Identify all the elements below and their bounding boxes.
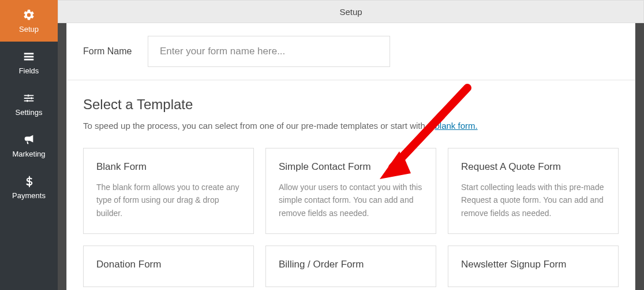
card-title: Billing / Order Form (279, 259, 364, 270)
form-name-input[interactable] (148, 36, 390, 67)
sidebar-item-settings[interactable]: Settings (0, 83, 58, 125)
sidebar-item-payments[interactable]: Payments (0, 166, 58, 208)
card-desc: Allow your users to contact you with thi… (279, 181, 423, 220)
sidebar-item-marketing[interactable]: Marketing (0, 125, 58, 166)
panel: Form Name Select a Template To speed up … (66, 23, 635, 290)
sidebar-item-label: Settings (16, 108, 43, 117)
list-icon (22, 50, 36, 64)
form-name-label: Form Name (83, 46, 148, 57)
bullhorn-icon (22, 133, 36, 147)
card-title: Request A Quote Form (461, 161, 605, 173)
gear-icon (22, 8, 36, 22)
sidebar-item-label: Setup (19, 25, 39, 34)
template-card-request-quote[interactable]: Request A Quote Form Start collecting le… (448, 148, 619, 234)
form-name-row: Form Name (67, 23, 635, 80)
topbar-title: Setup (339, 7, 362, 17)
template-card-donation[interactable]: Donation Form (83, 246, 254, 287)
template-card-simple-contact[interactable]: Simple Contact Form Allow your users to … (265, 148, 436, 234)
template-card-blank[interactable]: Blank Form The blank form allows you to … (83, 148, 254, 234)
card-title: Simple Contact Form (279, 161, 423, 173)
sidebar-item-label: Marketing (12, 150, 45, 158)
sliders-icon (22, 91, 36, 105)
blank-form-link[interactable]: blank form. (435, 121, 477, 131)
card-title: Blank Form (96, 161, 241, 173)
topbar: Setup (58, 0, 644, 23)
sidebar-item-label: Payments (12, 191, 46, 200)
template-grid: Blank Form The blank form allows you to … (83, 148, 619, 287)
card-desc: Start collecting leads with this pre-mad… (461, 181, 605, 220)
main-area: Setup Form Name Select a Template To spe… (58, 0, 644, 290)
card-desc: The blank form allows you to create any … (96, 181, 241, 220)
card-title: Donation Form (96, 259, 161, 270)
sidebar-item-label: Fields (19, 66, 39, 75)
svg-point-1 (31, 97, 33, 99)
template-card-billing[interactable]: Billing / Order Form (265, 246, 436, 287)
dollar-icon (22, 174, 36, 188)
sidebar: Setup Fields Settings Marketing Payments (0, 0, 58, 290)
svg-point-2 (26, 100, 28, 102)
template-card-newsletter[interactable]: Newsletter Signup Form (448, 246, 619, 287)
sidebar-item-fields[interactable]: Fields (0, 42, 58, 83)
section-desc: To speed up the process, you can select … (83, 121, 619, 131)
section-heading: Select a Template (83, 96, 619, 113)
card-title: Newsletter Signup Form (461, 259, 566, 270)
sidebar-item-setup[interactable]: Setup (0, 0, 58, 42)
svg-point-0 (27, 95, 29, 97)
template-section: Select a Template To speed up the proces… (67, 80, 635, 287)
